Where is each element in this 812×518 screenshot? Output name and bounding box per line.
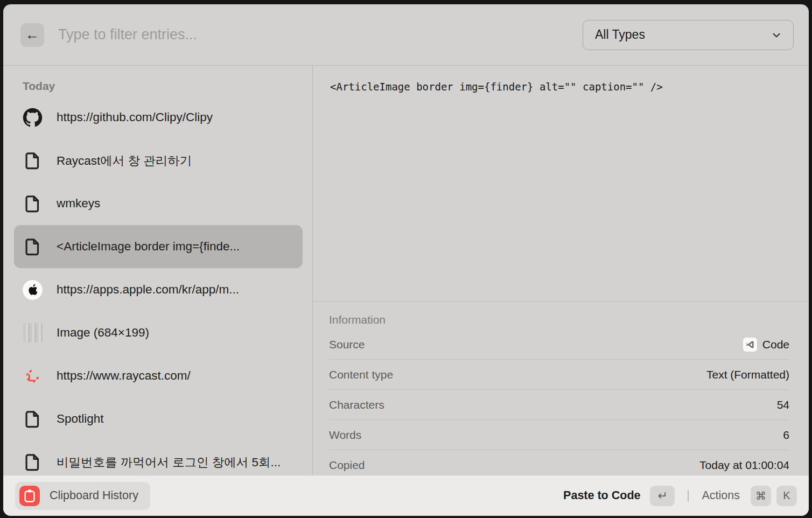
list-item[interactable]: https://apps.apple.com/kr/app/m... xyxy=(14,268,303,311)
image-thumbnail xyxy=(23,323,43,343)
document-icon xyxy=(23,151,43,171)
info-label: Copied xyxy=(329,459,365,472)
info-value: Today at 01:00:04 xyxy=(699,459,789,472)
info-value-text: Code xyxy=(762,338,789,351)
list-item-label: Raycast에서 창 관리하기 xyxy=(57,152,192,169)
cmd-key-icon[interactable]: ⌘ xyxy=(751,486,771,506)
list-item[interactable]: https://github.com/Clipy/Clipy xyxy=(14,96,303,139)
list-item-label: https://www.raycast.com/ xyxy=(57,369,191,383)
info-label: Source xyxy=(329,338,365,351)
actions-button[interactable]: Actions xyxy=(702,489,740,502)
vscode-icon xyxy=(743,338,757,352)
information-title: Information xyxy=(329,313,789,326)
list-item-label: Image (684×199) xyxy=(57,326,149,340)
footer-divider xyxy=(688,490,689,502)
document-icon xyxy=(23,237,43,257)
document-icon xyxy=(23,409,43,429)
list-item-label: https://apps.apple.com/kr/app/m... xyxy=(57,283,239,297)
section-header-today: Today xyxy=(23,80,303,93)
list-item-label: https://github.com/Clipy/Clipy xyxy=(57,110,213,124)
apple-icon xyxy=(23,280,43,300)
app-pill: Clipboard History xyxy=(15,482,150,510)
type-filter-value: All Types xyxy=(595,27,771,42)
document-icon xyxy=(23,194,43,214)
list-item-label: 비밀번호를 까먹어서 로그인 창에서 5회... xyxy=(57,454,281,471)
info-value: 6 xyxy=(783,429,789,442)
list-item[interactable]: https://www.raycast.com/ xyxy=(14,354,303,397)
clipboard-code-content: <ArticleImage border img={finder} alt=""… xyxy=(330,81,793,93)
info-row-content-type: Content type Text (Formatted) xyxy=(329,360,789,390)
top-bar: ← All Types xyxy=(3,4,809,66)
chevron-down-icon xyxy=(771,29,782,41)
clipboard-history-icon xyxy=(19,486,40,506)
list-item[interactable]: Image (684×199) xyxy=(14,311,303,354)
main-body: Today https://github.com/Clipy/Clipy Ray… xyxy=(3,66,809,516)
info-label: Content type xyxy=(329,368,393,381)
clipboard-entry-list: Today https://github.com/Clipy/Clipy Ray… xyxy=(3,66,313,516)
information-section: Information Source Code Content type Tex… xyxy=(313,302,809,480)
paste-to-code-button[interactable]: Paste to Code xyxy=(563,489,640,502)
info-row-source: Source Code xyxy=(329,330,789,360)
footer-bar: Clipboard History Paste to Code ↵ Action… xyxy=(3,475,809,516)
info-row-words: Words 6 xyxy=(329,420,789,450)
list-item-label: Spotlight xyxy=(57,412,104,426)
list-item-label: wmkeys xyxy=(57,197,100,211)
return-key-icon[interactable]: ↵ xyxy=(650,486,675,506)
info-value: Text (Formatted) xyxy=(706,368,789,381)
list-item-selected[interactable]: <ArticleImage border img={finde... xyxy=(14,225,303,268)
list-item[interactable]: wmkeys xyxy=(14,182,303,225)
list-item-label: <ArticleImage border img={finde... xyxy=(57,240,240,254)
search-input[interactable] xyxy=(58,26,583,43)
info-value: 54 xyxy=(777,398,789,411)
back-arrow-icon: ← xyxy=(25,26,39,43)
info-value: Code xyxy=(743,338,789,352)
desktop-background: ← All Types Today https://github.com/Cli… xyxy=(0,0,812,518)
info-label: Words xyxy=(329,429,361,442)
content-preview: <ArticleImage border img={finder} alt=""… xyxy=(313,66,809,302)
info-label: Characters xyxy=(329,398,384,411)
list-item[interactable]: Spotlight xyxy=(14,397,303,440)
app-name: Clipboard History xyxy=(50,489,138,502)
github-icon xyxy=(23,108,43,128)
raycast-clipboard-window: ← All Types Today https://github.com/Cli… xyxy=(3,4,809,516)
document-icon xyxy=(23,452,43,472)
detail-panel: <ArticleImage border img={finder} alt=""… xyxy=(313,66,809,516)
k-key-icon[interactable]: K xyxy=(776,486,797,506)
list-item[interactable]: Raycast에서 창 관리하기 xyxy=(14,139,303,182)
footer-actions: Paste to Code ↵ Actions ⌘ K xyxy=(563,486,797,506)
type-filter-dropdown[interactable]: All Types xyxy=(583,20,794,50)
back-button[interactable]: ← xyxy=(20,23,44,47)
raycast-icon xyxy=(23,366,43,386)
info-row-characters: Characters 54 xyxy=(329,390,789,420)
